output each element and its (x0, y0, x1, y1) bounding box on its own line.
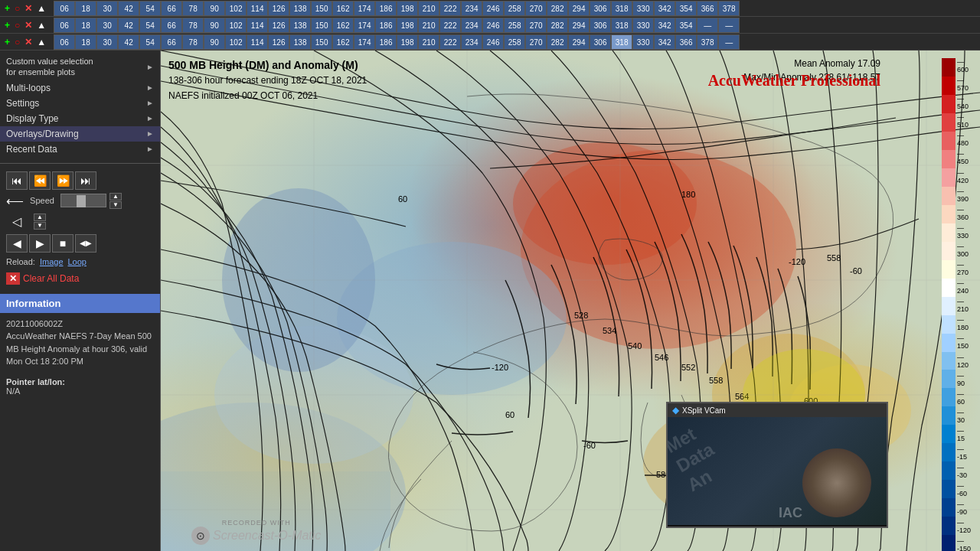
num-cell-162[interactable]: 162 (332, 18, 354, 33)
num-cell-282[interactable]: 282 (547, 34, 568, 50)
num-cell-234[interactable]: 234 (461, 34, 482, 50)
num-cell-18[interactable]: 18 (75, 18, 96, 33)
play-forward-button[interactable]: ▶ (29, 234, 51, 253)
num-cell-258[interactable]: 258 (504, 18, 525, 33)
num-cell-186[interactable]: 186 (375, 18, 397, 33)
num-cell-234[interactable]: 234 (461, 18, 482, 33)
num-cell-246[interactable]: 246 (482, 34, 504, 50)
num-cell-282[interactable]: 282 (547, 18, 568, 33)
x-ctrl-1[interactable]: ✕ (23, 3, 34, 14)
num-cell-330[interactable]: 330 (632, 1, 654, 16)
num-cell-222[interactable]: 222 (439, 1, 461, 16)
speed-slider[interactable] (60, 194, 106, 207)
num-cell-270[interactable]: 270 (525, 1, 547, 16)
num-cell-138[interactable]: 138 (289, 34, 311, 50)
sidebar-item-custom-value[interactable]: Custom value selectionfor ensemble plots… (0, 54, 160, 80)
num-cell-150[interactable]: 150 (311, 34, 332, 50)
num-cell-246[interactable]: 246 (482, 1, 504, 16)
num-cell-30[interactable]: 30 (96, 1, 118, 16)
num-cell-294[interactable]: 294 (568, 1, 590, 16)
num-cell-138[interactable]: 138 (289, 1, 311, 16)
num-cell-186[interactable]: 186 (375, 1, 397, 16)
num-cell-18[interactable]: 18 (75, 1, 96, 16)
num-cell-174[interactable]: 174 (354, 1, 375, 16)
num-cell-30[interactable]: 30 (96, 34, 118, 50)
num-cell-126[interactable]: 126 (268, 18, 289, 33)
tilt-down-button[interactable]: ▼ (34, 222, 46, 230)
num-cell-114[interactable]: 114 (247, 18, 268, 33)
num-cell-306[interactable]: 306 (590, 18, 611, 33)
num-cell-174[interactable]: 174 (354, 34, 375, 50)
num-cell-90[interactable]: 90 (204, 34, 225, 50)
num-cell-42[interactable]: 42 (118, 1, 139, 16)
num-cell-198[interactable]: 198 (397, 34, 418, 50)
num-cell-150[interactable]: 150 (311, 1, 332, 16)
sidebar-item-overlays[interactable]: Overlays/Drawing ► (0, 126, 160, 142)
stop-button[interactable]: ■ (52, 234, 74, 253)
skip-end-button[interactable]: ⏭ (75, 171, 96, 190)
num-cell-90[interactable]: 90 (204, 1, 225, 16)
num-cell-378[interactable]: 378 (718, 1, 740, 16)
num-cell-294[interactable]: 294 (568, 18, 590, 33)
num-cell-366[interactable]: 366 (697, 1, 718, 16)
num-cell-294[interactable]: 294 (568, 34, 590, 50)
num-cell-306[interactable]: 306 (590, 1, 611, 16)
x-ctrl-3[interactable]: ✕ (23, 37, 34, 47)
num-cell-222[interactable]: 222 (439, 34, 461, 50)
num-cell-318[interactable]: 318 (611, 1, 632, 16)
num-cell-270[interactable]: 270 (525, 18, 547, 33)
arrow-ctrl-1[interactable]: ▲ (35, 3, 47, 14)
num-cell-78[interactable]: 78 (182, 1, 204, 16)
num-cell-198[interactable]: 198 (397, 1, 418, 16)
reload-image-link[interactable]: Image (40, 257, 64, 266)
arrow-ctrl-2[interactable]: ▲ (35, 20, 47, 31)
num-cell-342[interactable]: 342 (654, 18, 675, 33)
num-cell-54[interactable]: 54 (139, 34, 161, 50)
num-cell-126[interactable]: 126 (268, 34, 289, 50)
num-cell-66[interactable]: 66 (161, 1, 182, 16)
num-cell-330[interactable]: 330 (632, 18, 654, 33)
tilt-up-button[interactable]: ▲ (34, 214, 46, 221)
num-cell-66[interactable]: 66 (161, 34, 182, 50)
num-cell-222[interactable]: 222 (439, 18, 461, 33)
circle-ctrl-1[interactable]: ○ (13, 3, 21, 14)
num-cell-210[interactable]: 210 (418, 34, 439, 50)
skip-start-button[interactable]: ⏮ (6, 171, 28, 190)
num-cell-—[interactable]: — (718, 18, 740, 33)
circle-ctrl-3[interactable]: ○ (13, 37, 21, 47)
clear-all-data-button[interactable]: ✕ Clear All Data (0, 269, 160, 288)
num-cell-258[interactable]: 258 (504, 1, 525, 16)
num-cell-42[interactable]: 42 (118, 18, 139, 33)
num-cell-78[interactable]: 78 (182, 34, 204, 50)
num-cell-102[interactable]: 102 (225, 18, 247, 33)
num-cell-54[interactable]: 54 (139, 18, 161, 33)
num-cell-198[interactable]: 198 (397, 18, 418, 33)
plus-ctrl-2[interactable]: + (3, 20, 11, 31)
num-cell-90[interactable]: 90 (204, 18, 225, 33)
num-cell-102[interactable]: 102 (225, 1, 247, 16)
reload-loop-link[interactable]: Loop (68, 257, 87, 266)
num-cell-186[interactable]: 186 (375, 34, 397, 50)
step-back-button[interactable]: ⏪ (29, 171, 51, 190)
num-cell-258[interactable]: 258 (504, 34, 525, 50)
circle-ctrl-2[interactable]: ○ (13, 20, 21, 31)
num-cell-150[interactable]: 150 (311, 18, 332, 33)
speed-down-button[interactable]: ▼ (109, 201, 122, 209)
num-cell-366[interactable]: 366 (675, 34, 697, 50)
num-cell-06[interactable]: 06 (54, 1, 75, 16)
num-cell-18[interactable]: 18 (75, 34, 96, 50)
sidebar-item-multiloops[interactable]: Multi-loops ► (0, 80, 160, 96)
map-area[interactable]: 60 -120 60 528 534 540 546 552 558 564 5… (161, 51, 980, 551)
num-cell-342[interactable]: 342 (654, 34, 675, 50)
num-cell-210[interactable]: 210 (418, 18, 439, 33)
num-cell-354[interactable]: 354 (675, 1, 697, 16)
speed-up-button[interactable]: ▲ (109, 193, 122, 201)
num-cell-270[interactable]: 270 (525, 34, 547, 50)
num-cell-330[interactable]: 330 (632, 34, 654, 50)
num-cell-162[interactable]: 162 (332, 34, 354, 50)
num-cell-378[interactable]: 378 (697, 34, 718, 50)
num-cell-114[interactable]: 114 (247, 34, 268, 50)
num-cell-126[interactable]: 126 (268, 1, 289, 16)
x-ctrl-2[interactable]: ✕ (23, 20, 34, 31)
num-cell-102[interactable]: 102 (225, 34, 247, 50)
